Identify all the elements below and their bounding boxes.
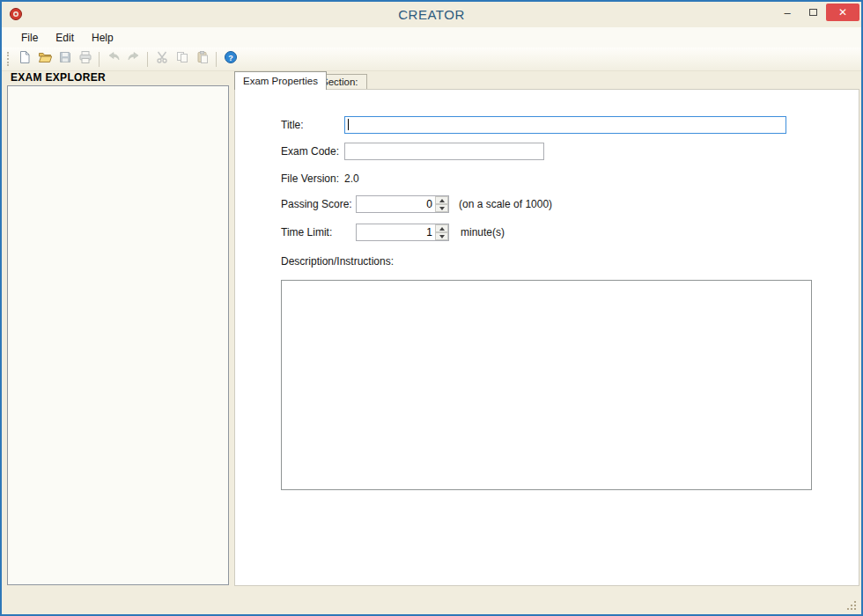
resize-grip[interactable] [846, 599, 858, 611]
cut-button[interactable] [151, 49, 172, 69]
arrow-down-icon [439, 235, 445, 238]
title-bar[interactable]: CREATOR – ✕ [2, 2, 861, 27]
open-button[interactable] [34, 49, 55, 69]
tab-exam-properties[interactable]: Exam Properties [234, 71, 327, 90]
app-window: CREATOR – ✕ File Edit Help [0, 0, 863, 616]
description-textarea[interactable] [281, 280, 812, 490]
passing-score-suffix: (on a scale of 1000) [459, 198, 552, 210]
text-caret [348, 119, 349, 130]
exam-code-label: Exam Code: [281, 145, 339, 158]
exam-explorer-tree[interactable] [7, 85, 229, 585]
passing-score-value: 0 [357, 196, 435, 212]
arrow-up-icon [439, 227, 445, 231]
redo-icon [127, 50, 141, 68]
menu-bar: File Edit Help [2, 27, 861, 48]
close-icon: ✕ [838, 6, 847, 18]
exam-properties-panel: Title: Exam Code: File Version: 2.0 Pass… [234, 89, 859, 586]
toolbar-grip[interactable] [7, 52, 10, 66]
file-version-value: 2.0 [344, 172, 359, 185]
passing-score-label: Passing Score: [281, 198, 352, 210]
arrow-down-icon [439, 207, 445, 210]
save-icon [58, 50, 72, 68]
copy-icon [175, 50, 189, 68]
spin-up-button[interactable] [435, 196, 448, 204]
toolbar-separator [99, 52, 100, 67]
minimize-icon: – [784, 6, 790, 19]
passing-score-spin [435, 196, 448, 212]
time-limit-stepper[interactable]: 1 [356, 224, 449, 241]
spin-down-button[interactable] [435, 204, 448, 212]
explorer-title: EXAM EXPLORER [11, 71, 106, 84]
print-button[interactable] [75, 49, 95, 69]
title-label: Title: [281, 119, 304, 131]
maximize-button[interactable] [800, 4, 825, 21]
svg-text:?: ? [228, 54, 233, 62]
file-version-label: File Version: [281, 172, 339, 185]
new-button[interactable] [14, 49, 34, 69]
arrow-up-icon [439, 199, 445, 202]
time-limit-value: 1 [357, 224, 435, 240]
open-icon [38, 50, 52, 68]
time-limit-suffix: minute(s) [461, 226, 505, 238]
help-icon: ? [224, 50, 238, 68]
save-button[interactable] [55, 49, 75, 69]
help-button[interactable]: ? [220, 49, 240, 69]
window-controls: – ✕ [775, 4, 859, 21]
redo-button[interactable] [123, 49, 144, 69]
time-limit-label: Time Limit: [281, 226, 332, 238]
menu-edit[interactable]: Edit [47, 28, 83, 48]
time-limit-spin [435, 224, 448, 240]
undo-icon [107, 50, 121, 68]
copy-button[interactable] [172, 49, 192, 69]
new-icon [18, 50, 32, 68]
minimize-button[interactable]: – [775, 4, 800, 21]
exam-code-input[interactable] [344, 143, 544, 160]
toolbar-separator [147, 52, 148, 67]
paste-icon [195, 50, 210, 68]
spin-up-button[interactable] [435, 224, 448, 232]
spin-down-button[interactable] [435, 232, 448, 240]
undo-button[interactable] [103, 49, 123, 69]
paste-button[interactable] [192, 49, 212, 69]
title-input[interactable] [344, 116, 786, 134]
maximize-icon [809, 9, 817, 16]
menu-file[interactable]: File [12, 28, 47, 48]
description-label: Description/Instructions: [281, 255, 394, 268]
cut-icon [155, 50, 169, 68]
menu-help[interactable]: Help [83, 28, 122, 48]
print-icon [78, 50, 92, 68]
close-button[interactable]: ✕ [826, 4, 859, 21]
toolbar-separator [216, 52, 217, 67]
passing-score-stepper[interactable]: 0 [356, 195, 449, 213]
toolbar: ? [2, 48, 861, 71]
window-title: CREATOR [2, 2, 861, 27]
